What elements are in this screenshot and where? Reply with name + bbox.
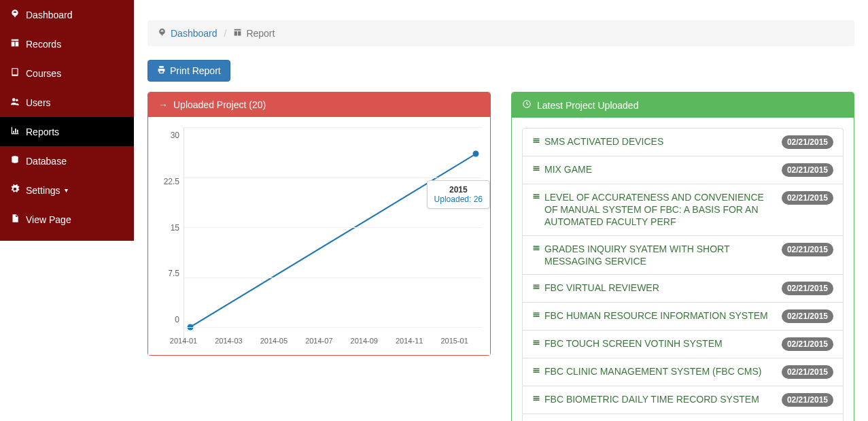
chart-body: 3022.5157.50 2015 Uploaded: 26 — [148, 117, 490, 355]
breadcrumb-separator: / — [224, 28, 227, 39]
svg-rect-7 — [534, 142, 540, 144]
sidebar-item-label: View Page — [26, 214, 71, 225]
list-icon — [532, 192, 540, 204]
project-title: FBC CLINIC MANAGEMENT SYSTEM (FBC CMS) — [544, 365, 761, 377]
date-badge: 02/21/2015 — [782, 163, 833, 177]
svg-rect-17 — [534, 284, 540, 286]
svg-rect-23 — [534, 340, 540, 341]
date-badge: 02/21/2015 — [782, 393, 833, 407]
svg-rect-11 — [534, 195, 540, 196]
sidebar-item-users[interactable]: Users — [0, 88, 134, 117]
list-item: FBC HUMAN RESOURCE INFORMATION SYSTEM02/… — [523, 303, 843, 331]
uploaded-chart: 3022.5157.50 2015 Uploaded: 26 — [156, 127, 482, 345]
svg-rect-5 — [534, 139, 540, 140]
svg-rect-15 — [534, 248, 540, 249]
svg-rect-19 — [534, 288, 540, 289]
panel-heading: Latest Project Uploaded — [512, 92, 854, 118]
project-title: FBC VIRTUAL REVIEWER — [544, 282, 659, 294]
project-list: SMS ACTIVATED DEVICES02/21/2015MIX GAME0… — [522, 128, 844, 421]
svg-rect-25 — [534, 343, 540, 345]
date-badge: 02/21/2015 — [782, 282, 833, 295]
svg-rect-30 — [534, 398, 540, 399]
project-title: FBC BIOMETRIC DAILY TIME RECORD SYSTEM — [544, 393, 759, 405]
gear-icon — [10, 184, 20, 196]
panel-heading: → Uploaded Project (20) — [148, 92, 490, 117]
tooltip-value: Uploaded: 26 — [434, 195, 483, 204]
project-link[interactable]: FBC VIRTUAL REVIEWER — [532, 282, 775, 294]
x-tick: 2014-01 — [170, 337, 197, 345]
list-icon — [532, 244, 540, 256]
y-tick: 0 — [156, 315, 179, 324]
project-link[interactable]: FBC HUMAN RESOURCE INFORMATION SYSTEM — [532, 309, 775, 322]
sidebar-item-courses[interactable]: Courses — [0, 58, 134, 88]
svg-rect-20 — [534, 312, 540, 314]
chart-icon — [10, 126, 20, 137]
x-tick: 2014-03 — [215, 337, 242, 345]
project-link[interactable]: FBC TOUCH SCREEN VOTINH SYSTEM — [532, 337, 775, 350]
project-link[interactable]: GRADES INQUIRY SYATEM WITH SHORT MESSAGI… — [532, 243, 775, 267]
project-title: GRADES INQUIRY SYATEM WITH SHORT MESSAGI… — [544, 243, 775, 267]
svg-rect-6 — [534, 140, 540, 141]
date-badge: 02/21/2015 — [782, 337, 833, 351]
list-icon — [532, 137, 540, 148]
sidebar-item-label: Users — [26, 97, 51, 108]
sidebar-item-reports[interactable]: Reports — [0, 117, 134, 146]
svg-point-1 — [16, 99, 18, 102]
y-tick: 22.5 — [156, 177, 179, 186]
chart-tooltip: 2015 Uploaded: 26 — [427, 180, 490, 209]
database-icon — [10, 155, 20, 167]
chart-x-axis: 2014-012014-032014-052014-072014-092014-… — [184, 333, 482, 345]
x-tick: 2014-11 — [396, 337, 423, 345]
sidebar-item-label: Settings — [26, 185, 60, 196]
svg-rect-22 — [534, 316, 540, 317]
sidebar-item-database[interactable]: Database — [0, 146, 134, 175]
list-item: FBC BIOMETRIC DAILY TIME RECORD SYSTEM02… — [523, 386, 843, 414]
date-badge: 02/21/2015 — [782, 309, 833, 323]
x-tick: 2014-09 — [351, 337, 378, 345]
svg-rect-16 — [534, 249, 540, 250]
list-item: FBC TOUCH SCREEN VOTINH SYSTEM02/21/2015 — [523, 331, 843, 358]
list-item: MIX GAME02/21/2015 — [523, 156, 843, 184]
list-item: LEVEL OF ACCURATENESS AND CONVENIENCE OF… — [523, 184, 843, 236]
svg-rect-26 — [534, 368, 540, 369]
dashboard-icon — [10, 9, 20, 20]
list-item: GRADES INQUIRY SYATEM WITH SHORT MESSAGI… — [523, 236, 843, 275]
latest-project-panel: Latest Project Uploaded SMS ACTIVATED DE… — [511, 92, 854, 421]
project-link[interactable]: FBC BIOMETRIC DAILY TIME RECORD SYSTEM — [532, 393, 775, 406]
project-list-body: SMS ACTIVATED DEVICES02/21/2015MIX GAME0… — [512, 118, 854, 421]
breadcrumb-link-dashboard[interactable]: Dashboard — [171, 28, 218, 39]
project-title: MIX GAME — [544, 163, 592, 175]
sidebar-item-label: Database — [26, 156, 67, 167]
panel-title: Uploaded Project (20) — [173, 99, 266, 110]
project-link[interactable]: MIX GAME — [532, 163, 775, 176]
uploaded-project-panel: → Uploaded Project (20) 3022.5157.50 — [147, 92, 491, 356]
chart-point-end — [473, 151, 479, 157]
print-report-button[interactable]: Print Report — [147, 60, 230, 82]
svg-rect-12 — [534, 196, 540, 197]
date-badge: 02/21/2015 — [782, 135, 833, 149]
y-tick: 7.5 — [156, 269, 179, 278]
list-icon — [532, 367, 540, 378]
chart-y-axis: 3022.5157.50 — [156, 127, 184, 345]
svg-rect-28 — [534, 371, 540, 373]
svg-rect-24 — [534, 342, 540, 343]
tooltip-year: 2015 — [434, 185, 483, 195]
svg-rect-13 — [534, 198, 540, 199]
project-title: SMS ACTIVATED DEVICES — [544, 135, 663, 148]
project-link[interactable]: LEVEL OF ACCURATENESS AND CONVENIENCE OF… — [532, 191, 775, 229]
sidebar-item-records[interactable]: Records — [0, 29, 134, 58]
sidebar-item-view-page[interactable]: View Page — [0, 205, 134, 234]
list-item: FBC VIRTUAL REVIEWER02/21/2015 — [523, 275, 843, 303]
chevron-down-icon: ▾ — [65, 186, 68, 194]
project-link[interactable]: FBC CLINIC MANAGEMENT SYSTEM (FBC CMS) — [532, 365, 775, 378]
list-icon — [532, 165, 540, 176]
sidebar-item-dashboard[interactable]: Dashboard — [0, 0, 134, 29]
users-icon — [10, 97, 20, 108]
file-icon — [10, 214, 20, 225]
x-tick: 2015-01 — [440, 337, 468, 345]
project-link[interactable]: SMS ACTIVATED DEVICES — [532, 135, 775, 148]
sidebar-item-settings[interactable]: Settings ▾ — [0, 175, 134, 205]
breadcrumb-current: Report — [246, 28, 275, 39]
sidebar-item-label: Courses — [26, 68, 61, 79]
svg-rect-14 — [534, 246, 540, 247]
